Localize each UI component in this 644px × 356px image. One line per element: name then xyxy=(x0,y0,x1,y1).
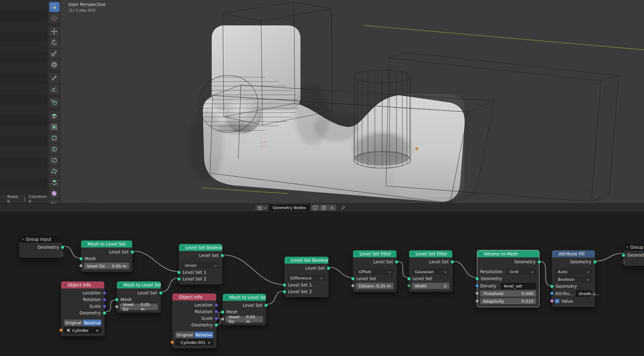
node-link[interactable] xyxy=(539,261,552,286)
collapse-icon[interactable]: ▾ xyxy=(627,244,628,251)
pin-button[interactable] xyxy=(340,205,346,210)
socket-attribute-input[interactable] xyxy=(550,292,554,295)
tool-scale[interactable] xyxy=(49,49,60,59)
node-header[interactable]: ▾ Level Set Filter xyxy=(409,250,452,257)
tool-poly-build[interactable] xyxy=(49,166,60,176)
node-link[interactable] xyxy=(453,261,477,278)
tool-cursor[interactable] xyxy=(49,13,60,23)
node-link[interactable] xyxy=(161,278,179,292)
node-volume-to-mesh[interactable]: ▾ Volume to Mesh Geometry Resolution Gri… xyxy=(477,250,539,307)
socket-level-set-input[interactable] xyxy=(351,277,355,280)
node-link[interactable] xyxy=(132,251,179,272)
node-level-set-boolean-2[interactable]: ▾ Level Set Boolean Level Set Difference… xyxy=(284,256,329,297)
voxel-size-slider[interactable]: Voxel Siz 0.05 m xyxy=(84,263,129,269)
node-header[interactable]: ▾ Mesh to Level Set xyxy=(223,294,266,301)
socket-geometry-output[interactable] xyxy=(61,246,64,249)
tool-inset-faces[interactable] xyxy=(49,122,60,132)
voxel-size-slider[interactable]: Voxel Siz 0.05 m xyxy=(226,316,263,322)
node-header[interactable]: ▾ Volume to Mesh xyxy=(477,250,539,257)
node-mesh-to-level-set-3[interactable]: ▾ Mesh to Level Set Level Set Mesh Voxel… xyxy=(222,293,266,325)
socket-distance-input[interactable] xyxy=(351,284,355,287)
collapse-icon[interactable]: ▾ xyxy=(175,293,177,300)
tool-transform[interactable] xyxy=(49,60,60,70)
node-link[interactable] xyxy=(222,255,284,285)
socket-geometry-output[interactable] xyxy=(538,260,541,264)
node-header[interactable]: ▾ Group O xyxy=(624,244,644,251)
node-group-input[interactable]: ▾ Group Input Geometry xyxy=(19,235,63,258)
socket-level-set-1-input[interactable] xyxy=(283,283,286,287)
attribute-field[interactable]: shade_s... xyxy=(576,290,592,297)
node-link[interactable] xyxy=(63,246,81,258)
socket-mesh-input[interactable] xyxy=(79,257,83,260)
node-header[interactable]: ▾ Level Set Boolean xyxy=(179,244,222,251)
node-header[interactable]: ▾ Attribute Fill xyxy=(552,250,595,257)
tool-bevel[interactable] xyxy=(49,133,60,143)
socket-level-set-1-input[interactable] xyxy=(177,271,181,274)
object-origin-dot[interactable] xyxy=(415,148,418,150)
collapse-icon[interactable]: ▾ xyxy=(226,294,227,301)
node-header[interactable]: ▾ Object Info xyxy=(61,281,104,288)
tool-loop-cut[interactable] xyxy=(49,144,60,154)
viewport-3d[interactable]: User Perspective (1) Cube.003 xyxy=(0,0,644,203)
socket-voxel-size-input[interactable] xyxy=(79,264,83,267)
distance-slider[interactable]: Distanc -0.25 m xyxy=(356,283,394,289)
node-editor[interactable]: ▾ Group Input Geometry ▾ Mesh to Level S… xyxy=(0,212,644,356)
operation-dropdown[interactable]: Difference xyxy=(287,275,325,281)
node-header[interactable]: ▾ Object Info xyxy=(172,293,216,300)
node-header[interactable]: ▾ Level Set Boolean xyxy=(285,257,328,264)
socket-mesh-input[interactable] xyxy=(115,298,119,301)
relative-option[interactable]: Relative xyxy=(195,332,214,338)
operation-dropdown[interactable]: Union xyxy=(182,262,219,268)
collapse-icon[interactable]: ▾ xyxy=(555,250,557,257)
node-link[interactable] xyxy=(329,267,353,278)
socket-geometry-input[interactable] xyxy=(550,285,554,288)
socket-adaptivity-input[interactable] xyxy=(475,299,479,303)
socket-virtual[interactable] xyxy=(61,252,64,256)
node-link[interactable] xyxy=(266,291,284,304)
node-header[interactable]: ▾ Mesh to Level Set xyxy=(81,241,132,247)
socket-level-set-2-input[interactable] xyxy=(283,290,286,293)
collapse-icon[interactable]: ▾ xyxy=(120,281,121,288)
tool-tweak-select[interactable] xyxy=(49,2,60,12)
node-mesh-to-level-set-1[interactable]: ▾ Mesh to Level Set Level Set Mesh Voxel… xyxy=(81,240,132,272)
socket-mesh-input[interactable] xyxy=(221,310,224,314)
socket-value-input[interactable] xyxy=(550,299,554,303)
node-mesh-to-level-set-2[interactable]: ▾ Mesh to Level Set Level Set Mesh Voxel… xyxy=(117,281,161,313)
socket-level-set-output[interactable] xyxy=(131,250,134,254)
socket-level-set-output[interactable] xyxy=(327,267,330,270)
collapse-icon[interactable]: ▾ xyxy=(480,250,482,257)
socket-geometry-output[interactable] xyxy=(593,260,597,264)
filter-mode-dropdown[interactable]: Offset xyxy=(356,268,394,275)
socket-threshold-input[interactable] xyxy=(475,292,479,295)
socket-level-set-output[interactable] xyxy=(451,260,454,264)
socket-voxel-size-input[interactable] xyxy=(221,317,224,321)
socket-location-output[interactable] xyxy=(215,303,218,307)
clear-object-icon[interactable]: × xyxy=(95,328,99,333)
node-attribute-fill[interactable]: ▾ Attribute Fill Geometry Auto Boolean xyxy=(552,250,595,307)
tool-add-primitive[interactable] xyxy=(49,97,60,108)
node-level-set-filter-2[interactable]: ▾ Level Set Filter Level Set Gaussian Le… xyxy=(409,250,453,292)
socket-level-set-output[interactable] xyxy=(221,254,224,257)
node-group-output[interactable]: ▾ Group O Geometry xyxy=(623,243,644,266)
socket-level-set-output[interactable] xyxy=(395,260,398,264)
tool-smooth[interactable] xyxy=(49,188,60,199)
node-header[interactable]: ▾ Mesh to Level Set xyxy=(117,281,161,288)
data-type-dropdown[interactable]: Boolean xyxy=(555,276,592,282)
socket-object-input[interactable] xyxy=(59,328,63,332)
socket-virtual[interactable] xyxy=(622,260,625,264)
original-option[interactable]: Original xyxy=(175,332,194,338)
clear-object-icon[interactable]: × xyxy=(207,340,211,345)
collapse-icon[interactable]: ▾ xyxy=(287,257,289,264)
socket-level-set-output[interactable] xyxy=(159,291,163,295)
spreadsheet-panel[interactable]: Rows: 0 | Columns: 0 xyxy=(0,0,48,203)
socket-density-input[interactable] xyxy=(475,284,479,287)
socket-level-set-output[interactable] xyxy=(264,304,268,307)
collapse-icon[interactable]: ▾ xyxy=(22,236,24,243)
collapse-icon[interactable]: ▾ xyxy=(84,241,86,247)
collapse-icon[interactable]: ▾ xyxy=(412,250,414,257)
filter-mode-dropdown[interactable]: Gaussian xyxy=(412,268,449,275)
tool-annotate[interactable] xyxy=(49,73,60,83)
socket-geometry-input[interactable] xyxy=(475,277,479,280)
node-link[interactable] xyxy=(397,261,409,278)
object-selector-field[interactable]: Cylinder × xyxy=(64,327,101,333)
